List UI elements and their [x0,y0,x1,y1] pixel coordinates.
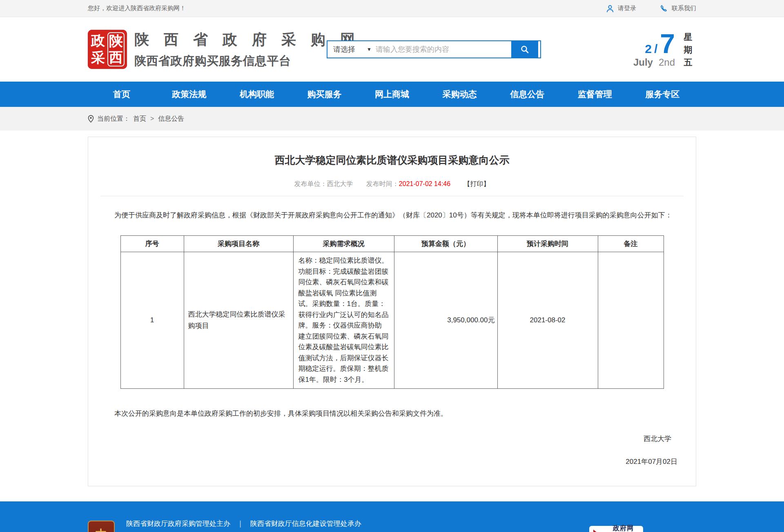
col-header-time: 预计采购时间 [497,236,598,252]
date-day-ordinal: 2nd [659,56,675,68]
col-header-remark: 备注 [598,236,664,252]
nav-item-purchase-services[interactable]: 购买服务 [291,82,359,107]
error-report-icon [592,529,610,532]
page: 您好，欢迎进入陕西省政府采购网！ 请登录 联系我们 政 采 [0,0,784,532]
gov-site-error-report-badge[interactable]: 政府网站 找错 [589,526,643,532]
breadcrumb-home-link[interactable]: 首页 [133,115,146,123]
logo-seal-icon: 政 采 陕 西 [88,30,127,69]
date-slash: / [654,42,657,56]
top-bar: 您好，欢迎进入陕西省政府采购网！ 请登录 联系我们 [0,0,784,17]
announcement-title: 西北大学稳定同位素比质谱仪采购项目采购意向公示 [100,153,684,167]
nav-item-service-zone[interactable]: 服务专区 [629,82,697,107]
login-label: 请登录 [618,4,636,12]
signature-date: 2021年07月02日 [100,454,684,470]
print-button[interactable]: 【打印】 [464,180,490,187]
nav-item-announcements[interactable]: 信息公告 [493,82,561,107]
seal-char: 陕 [109,33,123,49]
location-pin-icon [88,115,94,123]
date-month-number: 2 [645,42,652,56]
footer-co-organizer: 陕西省财政厅信息化建设管理处承办 [250,519,361,528]
footer-line-organizers: 陕西省财政厅政府采购管理处主办 ｜ 陕西省财政厅信息化建设管理处承办 [126,519,439,528]
login-link[interactable]: 请登录 [606,4,636,13]
search-icon [520,45,529,54]
nav-item-functions[interactable]: 机构职能 [223,82,291,107]
cell-index: 1 [120,252,184,389]
date-widget: 2 / 7 July 2nd 星期五 [633,31,693,69]
table-header-row: 序号 采购项目名称 采购需求概况 预算金额（元） 预计采购时间 备注 [120,236,664,252]
date-weekday: 星期五 [683,31,693,69]
cell-time: 2021-08-02 [497,252,598,389]
contact-link[interactable]: 联系我们 [660,4,696,13]
user-icon [606,4,614,13]
error-badge-title: 政府网站 [613,524,640,532]
search-select-label: 请选择 [333,44,355,54]
chevron-down-icon: ▼ [367,47,372,52]
search-bar: 请选择 ▼ [327,40,541,58]
closing-paragraph: 本次公开的采购意向是本单位政府采购工作的初步安排，具体采购项目情况以相关采购公告… [100,406,684,421]
footer-separator: ｜ [237,519,244,528]
col-header-demand: 采购需求概况 [293,236,394,252]
publisher-value: 西北大学 [327,180,353,187]
publish-time-label: 发布时间： [366,180,399,187]
main-content: 西北大学稳定同位素比质谱仪采购项目采购意向公示 发布单位：西北大学 发布时间：2… [0,131,784,486]
site-logo[interactable]: 政 采 陕 西 陕 西 省 政 府 采 购 网 陕西省政府购买服务信息平台 [88,30,360,69]
badge-emblem-icon: 中 [95,529,107,532]
nav-item-online-mall[interactable]: 网上商城 [358,82,426,107]
cell-project-name: 西北大学稳定同位素比质谱仪采购项目 [184,252,293,389]
welcome-text: 您好，欢迎进入陕西省政府采购网！ [88,4,186,12]
cell-budget: 3,950,000.00元 [394,252,497,389]
nav-item-policies[interactable]: 政策法规 [156,82,223,107]
search-category-select[interactable]: 请选择 ▼ [327,44,376,54]
nav-item-supervision[interactable]: 监督管理 [561,82,629,107]
nav-item-home[interactable]: 首页 [88,82,156,107]
seal-char: 采 [91,50,105,65]
date-month-name: July [633,56,653,68]
meta-divider [100,196,684,196]
breadcrumb-bar: 当前位置： 首页 > 信息公告 [0,107,784,131]
sitemap-link[interactable]: 网站地图 [476,530,525,532]
seal-char: 西 [109,50,123,65]
nav-item-procurement-news[interactable]: 采购动态 [426,82,494,107]
procurement-intent-table: 序号 采购项目名称 采购需求概况 预算金额（元） 预计采购时间 备注 1 西北大… [120,235,664,389]
cell-demand: 名称：稳定同位素比质谱仪。功能目标：完成碳酸盐岩团簇同位素、磷灰石氧同位素和碳酸… [293,252,394,389]
table-row: 1 西北大学稳定同位素比质谱仪采购项目 名称：稳定同位素比质谱仪。功能目标：完成… [120,252,664,389]
date-day-number: 7 [660,31,675,57]
contact-label: 联系我们 [672,4,696,12]
sitemap-icon [476,530,492,532]
site-footer: 中 党政机关 陕西省财政厅政府采购管理处主办 ｜ 陕西省财政厅信息化建设管理处承… [0,501,784,532]
publish-time-value: 2021-07-02 14:46 [399,180,450,187]
announcement-box: 西北大学稳定同位素比质谱仪采购项目采购意向公示 发布单位：西北大学 发布时间：2… [88,137,696,486]
announcement-meta: 发布单位：西北大学 发布时间：2021-07-02 14:46 【打印】 [100,180,684,188]
col-header-index: 序号 [120,236,184,252]
party-gov-badge-icon: 中 党政机关 [88,521,115,532]
search-input[interactable] [376,41,511,58]
col-header-project-name: 采购项目名称 [184,236,293,252]
phone-icon [660,4,668,13]
search-button[interactable] [511,41,538,58]
breadcrumb-label: 当前位置： [97,115,130,123]
breadcrumb-current[interactable]: 信息公告 [158,115,184,123]
col-header-budget: 预算金额（元） [394,236,497,252]
main-nav: 首页 政策法规 机构职能 购买服务 网上商城 采购动态 信息公告 监督管理 服务… [0,82,784,107]
footer-organizer: 陕西省财政厅政府采购管理处主办 [126,519,230,528]
signature-org: 西北大学 [100,431,684,447]
intro-paragraph: 为便于供应商及时了解政府采购信息，根据《财政部关于开展政府采购意向公开工作的通知… [100,208,684,223]
seal-char: 政 [91,33,105,48]
breadcrumb-separator: > [150,115,154,122]
site-header: 政 采 陕 西 陕 西 省 政 府 采 购 网 陕西省政府购买服务信息平台 请选… [0,17,784,82]
publisher-label: 发布单位： [294,180,327,187]
cell-remark [598,252,664,389]
